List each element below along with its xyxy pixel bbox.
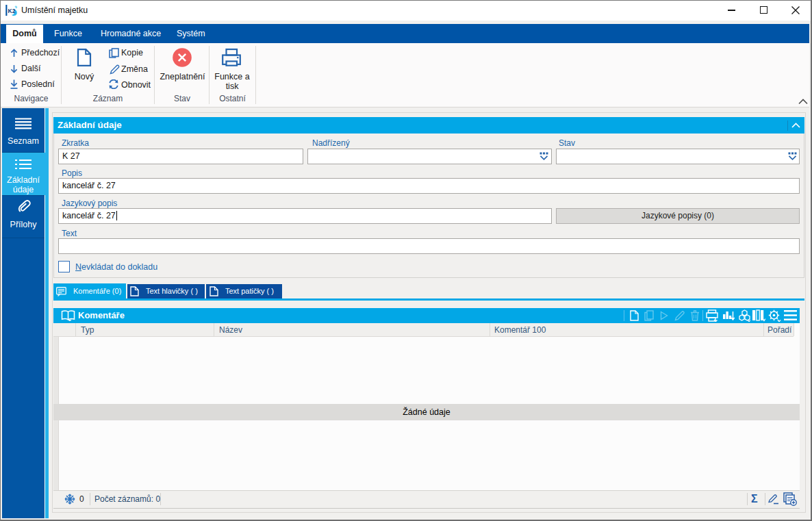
svg-text:K2: K2	[8, 8, 16, 14]
